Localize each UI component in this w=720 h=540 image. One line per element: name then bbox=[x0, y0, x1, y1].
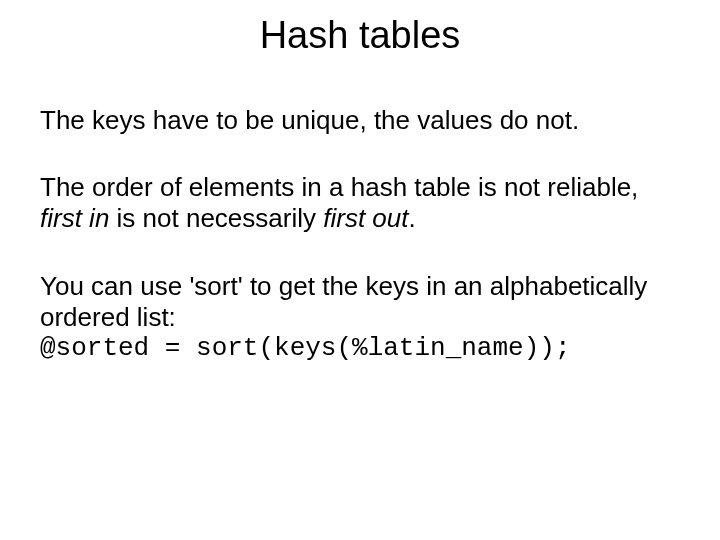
slide-body: The keys have to be unique, the values d… bbox=[40, 105, 680, 364]
text: The order of elements in a hash table is… bbox=[40, 172, 638, 202]
italic-text: first out bbox=[323, 203, 408, 233]
paragraph-2: The order of elements in a hash table is… bbox=[40, 172, 680, 234]
italic-text: first in bbox=[40, 203, 109, 233]
slide-title: Hash tables bbox=[40, 14, 680, 57]
text: is not necessarily bbox=[109, 203, 323, 233]
code-line: @sorted = sort(keys(%latin_name)); bbox=[40, 333, 680, 364]
paragraph-3: You can use 'sort' to get the keys in an… bbox=[40, 271, 680, 365]
text: You can use 'sort' to get the keys in an… bbox=[40, 271, 680, 333]
text: . bbox=[408, 203, 415, 233]
slide: Hash tables The keys have to be unique, … bbox=[0, 0, 720, 540]
paragraph-1: The keys have to be unique, the values d… bbox=[40, 105, 680, 136]
